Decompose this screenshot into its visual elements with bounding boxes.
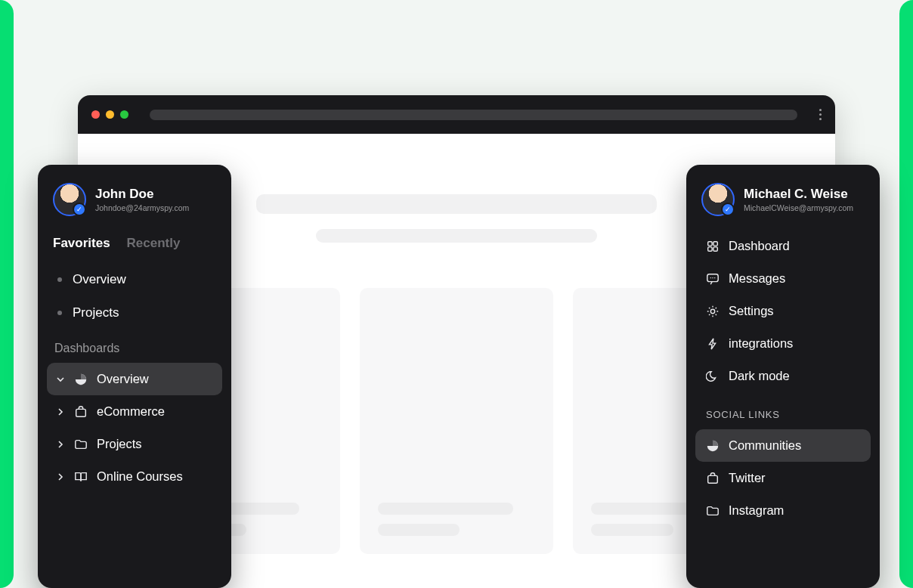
pie-chart-icon: [74, 373, 88, 386]
bolt-icon: [706, 337, 720, 351]
item-label: Projects: [73, 305, 119, 320]
item-label: Twitter: [729, 471, 766, 485]
user-email: MichaelCWeise@armyspy.com: [744, 203, 853, 212]
chevron-right-icon: [56, 440, 65, 449]
item-label: Messages: [729, 271, 785, 286]
tab-favorites[interactable]: Favorites: [53, 236, 110, 251]
nav-dashboard[interactable]: Dashboard: [695, 230, 871, 262]
svg-point-8: [714, 277, 715, 277]
svg-rect-1: [708, 241, 712, 245]
chat-icon: [706, 272, 720, 286]
quick-overview[interactable]: Overview: [47, 263, 222, 296]
nav-messages[interactable]: Messages: [695, 262, 871, 295]
window-controls[interactable]: [91, 110, 128, 119]
svg-point-7: [712, 277, 713, 277]
svg-point-6: [710, 277, 711, 277]
grid-icon: [706, 240, 720, 253]
item-label: Projects: [97, 437, 142, 451]
nav-instagram[interactable]: Instagram: [695, 494, 871, 527]
tab-recently[interactable]: Recently: [127, 236, 181, 251]
browser-titlebar: [78, 95, 835, 134]
chevron-right-icon: [56, 472, 65, 481]
svg-rect-0: [76, 409, 86, 416]
sidebar-right: Michael C. Weise MichaelCWeise@armyspy.c…: [686, 165, 880, 588]
avatar: [701, 183, 735, 216]
chevron-down-icon: [56, 375, 65, 384]
more-menu-icon[interactable]: [819, 109, 822, 120]
item-label: Settings: [729, 304, 774, 318]
nav-projects[interactable]: Projects: [47, 428, 222, 460]
bag-icon: [74, 405, 88, 419]
svg-rect-3: [708, 246, 712, 250]
address-bar[interactable]: [150, 110, 797, 120]
minimize-icon[interactable]: [106, 110, 114, 119]
svg-point-9: [710, 309, 714, 313]
pie-chart-icon: [706, 439, 720, 453]
nav-overview[interactable]: Overview: [47, 363, 222, 395]
svg-rect-10: [708, 475, 718, 483]
gear-icon: [706, 305, 720, 318]
folder-icon: [706, 504, 720, 518]
profile-block[interactable]: Michael C. Weise MichaelCWeise@armyspy.c…: [695, 183, 871, 230]
item-label: Online Courses: [97, 469, 183, 484]
item-label: Overview: [97, 372, 149, 386]
nav-ecommerce[interactable]: eCommerce: [47, 395, 222, 428]
bag-icon: [706, 472, 720, 485]
moon-icon: [706, 370, 720, 383]
user-name: Michael C. Weise: [744, 187, 853, 202]
section-social-links: SOCIAL LINKS: [695, 392, 871, 429]
chevron-right-icon: [56, 407, 65, 416]
sidebar-left: John Doe Johndoe@24armyspy.com Favorites…: [38, 165, 231, 588]
nav-integrations[interactable]: integrations: [695, 327, 871, 360]
item-label: Dark mode: [729, 369, 790, 383]
maximize-icon[interactable]: [120, 110, 128, 119]
book-icon: [74, 470, 88, 484]
nav-settings[interactable]: Settings: [695, 295, 871, 327]
profile-block[interactable]: John Doe Johndoe@24armyspy.com: [47, 183, 222, 230]
nav-online-courses[interactable]: Online Courses: [47, 460, 222, 493]
user-email: Johndoe@24armyspy.com: [95, 203, 189, 212]
nav-communities[interactable]: Communities: [695, 429, 871, 462]
item-label: Dashboard: [729, 239, 790, 253]
item-label: Instagram: [729, 503, 784, 518]
folder-icon: [74, 438, 88, 451]
avatar: [53, 183, 86, 216]
user-name: John Doe: [95, 187, 189, 202]
item-label: Overview: [73, 272, 126, 287]
item-label: integrations: [729, 336, 793, 351]
svg-rect-4: [713, 246, 717, 250]
close-icon[interactable]: [91, 110, 100, 119]
nav-twitter[interactable]: Twitter: [695, 462, 871, 494]
nav-dark-mode[interactable]: Dark mode: [695, 360, 871, 392]
svg-rect-2: [713, 241, 717, 245]
quick-projects[interactable]: Projects: [47, 296, 222, 330]
section-dashboards: Dashboards: [47, 330, 222, 363]
item-label: Communities: [729, 438, 801, 453]
item-label: eCommerce: [97, 404, 165, 419]
